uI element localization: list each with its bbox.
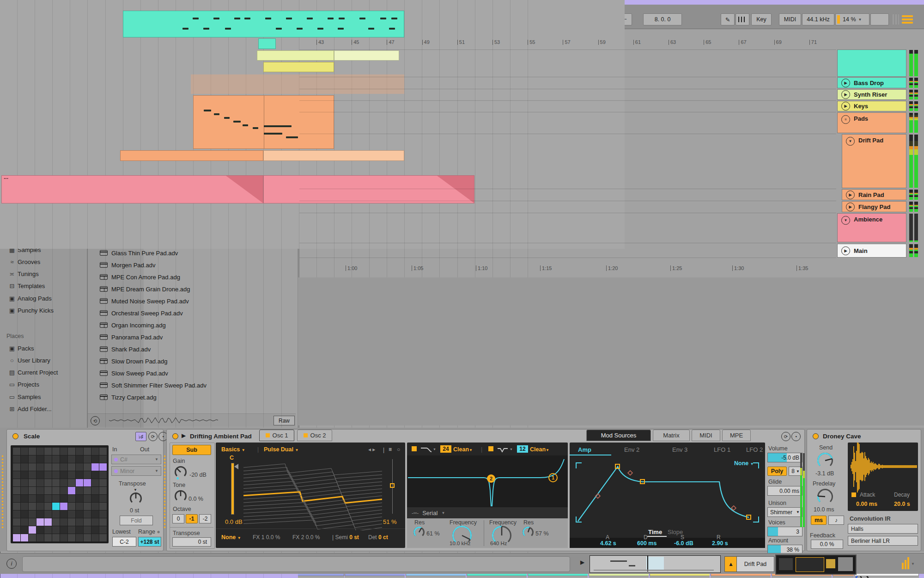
env-time-tab[interactable]: Time — [648, 529, 662, 535]
res2-knob[interactable] — [522, 526, 535, 540]
ir-display[interactable]: Attack Decay 0.00 ms 20.0 s — [848, 443, 918, 511]
feedback-value[interactable]: 0.0 % — [811, 540, 843, 549]
track-header-pads[interactable]: ≡Pads — [837, 112, 906, 133]
track-header-synth-riser[interactable]: ▶Synth Riser — [837, 89, 906, 100]
scale-grid-cell[interactable] — [52, 526, 60, 534]
scale-grid-cell[interactable] — [13, 526, 20, 534]
scale-grid-cell[interactable] — [52, 479, 60, 486]
scale-grid-cell[interactable] — [21, 518, 28, 526]
scale-grid-cell[interactable] — [52, 518, 60, 526]
scale-grid-cell[interactable] — [91, 526, 99, 534]
scale-grid-cell[interactable] — [84, 526, 91, 534]
scale-grid-cell[interactable] — [21, 479, 28, 486]
scale-grid-cell[interactable] — [36, 448, 44, 455]
routing-menu[interactable]: Serial — [422, 510, 438, 517]
scale-grid-cell[interactable] — [99, 463, 107, 471]
arrangement-overview[interactable] — [590, 555, 721, 573]
scale-grid-cell[interactable] — [60, 455, 67, 463]
scale-grid-cell[interactable] — [84, 518, 91, 526]
detune-control[interactable]: Det 0 ct — [368, 534, 388, 541]
scale-grid-cell[interactable] — [68, 479, 75, 486]
send-value[interactable]: -3.1 dB — [815, 470, 834, 477]
scale-grid-cell[interactable] — [21, 534, 28, 541]
scale-grid-cell[interactable] — [68, 526, 75, 534]
scale-grid-cell[interactable] — [21, 487, 28, 494]
scale-grid[interactable] — [11, 445, 109, 543]
scale-grid-cell[interactable] — [52, 455, 60, 463]
scale-grid-cell[interactable] — [52, 534, 60, 541]
scale-grid-cell[interactable] — [21, 495, 28, 502]
play-icon[interactable]: ▶ — [846, 191, 855, 199]
wt-position-value[interactable]: 51 % — [383, 518, 397, 525]
wavetable-category-menu[interactable]: Basics ▼ — [221, 446, 245, 453]
predelay-knob[interactable] — [816, 488, 834, 507]
track-header-ambience[interactable]: ▼Ambience — [837, 213, 906, 242]
scale-grid-cell[interactable] — [68, 503, 75, 510]
scale-grid-cell[interactable] — [91, 518, 99, 526]
play-icon[interactable]: ▶ — [841, 90, 850, 99]
hot-swap-icon[interactable]: ⟳ — [781, 432, 790, 441]
play-icon[interactable]: ▶ — [841, 246, 850, 255]
scale-grid-cell[interactable] — [36, 479, 44, 486]
scale-grid-cell[interactable] — [44, 455, 52, 463]
send-knob[interactable] — [816, 452, 834, 471]
scale-grid-cell[interactable] — [21, 448, 28, 455]
scale-grid-cell[interactable] — [29, 479, 36, 486]
scale-grid-cell[interactable] — [29, 448, 36, 455]
scale-grid-cell[interactable] — [44, 518, 52, 526]
voices-value[interactable]: 3 — [767, 527, 802, 536]
scale-grid-cell[interactable] — [52, 463, 60, 471]
osc-level-value[interactable]: 0.0 dB — [225, 518, 243, 525]
gain-value[interactable]: -20 dB — [189, 472, 207, 478]
scale-grid-cell[interactable] — [21, 510, 28, 518]
track-header-drift-pad[interactable]: ▼Drift Pad — [842, 134, 906, 188]
scale-grid-cell[interactable] — [21, 526, 28, 534]
ir-file-menu[interactable]: Berliner Hall LR — [848, 536, 918, 546]
scale-grid-cell[interactable] — [29, 471, 36, 479]
scale-grid-cell[interactable] — [44, 463, 52, 471]
scale-grid-cell[interactable] — [44, 471, 52, 479]
decay-value[interactable]: 600 ms — [637, 540, 657, 547]
scale-grid-cell[interactable] — [29, 526, 36, 534]
slider-handle[interactable] — [234, 464, 238, 469]
scale-name-dropdown[interactable]: Minor▼ — [111, 466, 161, 476]
tone-knob[interactable] — [174, 489, 188, 504]
envelope-display[interactable] — [570, 456, 765, 529]
scale-grid-cell[interactable] — [44, 448, 52, 455]
scale-grid-cell[interactable] — [99, 448, 107, 455]
subtab-lfo2[interactable]: LFO 2 — [746, 446, 763, 453]
scale-grid-cell[interactable] — [29, 463, 36, 471]
tab-matrix[interactable]: Matrix — [653, 430, 690, 441]
predelay-value[interactable]: 10.0 ms — [814, 506, 834, 513]
freq1-value[interactable]: 10.0 kHz — [450, 541, 470, 546]
scale-grid-cell[interactable] — [29, 503, 36, 510]
scale-grid-cell[interactable] — [29, 510, 36, 518]
play-icon[interactable]: ▶ — [841, 102, 850, 111]
device-title[interactable]: Scale — [24, 433, 40, 440]
sustain-value[interactable]: -6.0 dB — [674, 540, 693, 547]
transpose-value[interactable]: 0 st — [172, 537, 211, 547]
scale-grid-cell[interactable] — [76, 471, 83, 479]
device-title[interactable]: Drifting Ambient Pad — [190, 433, 252, 440]
scale-grid-cell[interactable] — [99, 526, 107, 534]
wavetable-display[interactable] — [243, 456, 382, 530]
selected-device-label[interactable]: Drift Pad — [736, 556, 774, 572]
scale-grid-cell[interactable] — [91, 448, 99, 455]
play-icon[interactable]: ▶ — [846, 203, 855, 211]
play-icon[interactable]: ▶ — [841, 79, 850, 87]
scale-grid-cell[interactable] — [13, 448, 20, 455]
scale-grid-cell[interactable] — [68, 487, 75, 494]
predelay-ms-button[interactable]: ms — [811, 516, 827, 525]
subtab-amp[interactable]: Amp — [578, 446, 591, 453]
volume-value[interactable]: -5.0 dB — [767, 453, 802, 462]
scale-grid-cell[interactable] — [68, 518, 75, 526]
scale-grid-cell[interactable] — [99, 503, 107, 510]
scale-grid-cell[interactable] — [60, 448, 67, 455]
scale-grid-cell[interactable] — [99, 487, 107, 494]
res1-value[interactable]: 61 % — [426, 530, 440, 537]
scale-grid-cell[interactable] — [84, 487, 91, 494]
osc-level-slider[interactable] — [231, 463, 234, 515]
scale-grid-cell[interactable] — [60, 534, 67, 541]
subtab-env3[interactable]: Env 3 — [672, 446, 687, 453]
tab-midi[interactable]: MIDI — [692, 430, 720, 441]
